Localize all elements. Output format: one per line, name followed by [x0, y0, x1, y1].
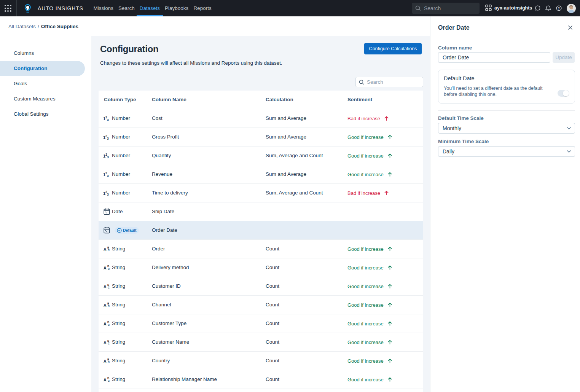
svg-text:?: ?: [558, 6, 560, 10]
